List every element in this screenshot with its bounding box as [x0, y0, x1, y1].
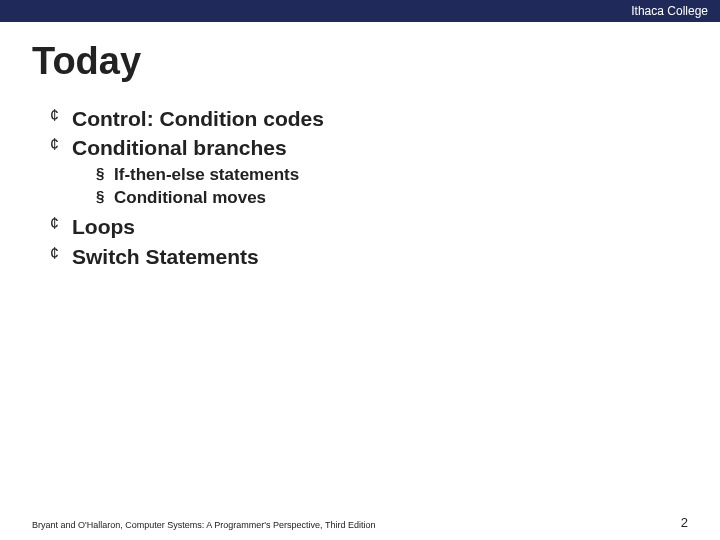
content-area: Today Control: Condition codes Condition… — [0, 22, 720, 270]
list-item: Conditional branches If-then-else statem… — [50, 134, 688, 209]
slide-title: Today — [32, 40, 688, 83]
bullet-text: Switch Statements — [72, 245, 259, 268]
footer-citation: Bryant and O'Hallaron, Computer Systems:… — [32, 520, 375, 530]
bullet-text: Conditional branches — [72, 136, 287, 159]
bullet-text: Control: Condition codes — [72, 107, 324, 130]
bullet-text: Loops — [72, 215, 135, 238]
footer: Bryant and O'Hallaron, Computer Systems:… — [32, 515, 688, 530]
sub-bullet-text: If-then-else statements — [114, 165, 299, 184]
institution-label: Ithaca College — [631, 4, 708, 18]
header-bar: Ithaca College — [0, 0, 720, 22]
sub-bullet-list: If-then-else statements Conditional move… — [72, 164, 688, 210]
list-item: Loops — [50, 213, 688, 240]
list-item: Control: Condition codes — [50, 105, 688, 132]
slide: Ithaca College Today Control: Condition … — [0, 0, 720, 540]
bullet-list: Control: Condition codes Conditional bra… — [32, 105, 688, 270]
list-item: Switch Statements — [50, 243, 688, 270]
sub-list-item: Conditional moves — [96, 187, 688, 210]
sub-list-item: If-then-else statements — [96, 164, 688, 187]
page-number: 2 — [681, 515, 688, 530]
sub-bullet-text: Conditional moves — [114, 188, 266, 207]
